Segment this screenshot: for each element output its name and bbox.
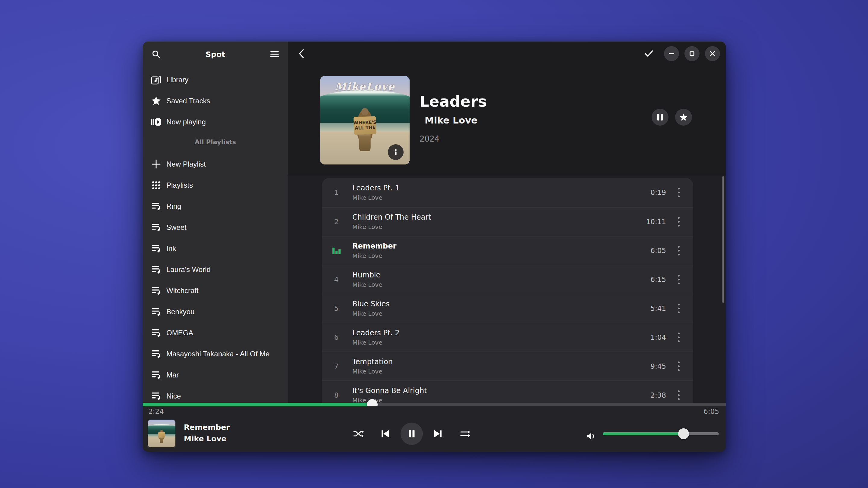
track-menu-button[interactable]: [672, 213, 685, 230]
sidebar-item[interactable]: New Playlist: [143, 154, 288, 175]
album-pause-button[interactable]: [652, 109, 669, 126]
now-playing-artist: Mike Love: [184, 434, 226, 443]
track-title: Leaders Pt. 1: [352, 184, 400, 192]
track-title: Leaders Pt. 2: [352, 329, 400, 337]
track-row[interactable]: 2 Children Of The Heart Mike Love 10:11: [322, 207, 693, 236]
sidebar-item[interactable]: Saved Tracks: [143, 90, 288, 111]
close-button[interactable]: [705, 46, 720, 61]
track-meta: Leaders Pt. 2 Mike Love: [352, 329, 400, 346]
track-number: 5: [329, 304, 344, 313]
sidebar-item-label: Masayoshi Takanaka - All Of Me: [166, 350, 270, 358]
header-divider: [288, 175, 726, 175]
sidebar-item-label: Mar: [166, 371, 179, 379]
track-meta: Humble Mike Love: [352, 271, 382, 288]
sidebar-item[interactable]: OMEGA: [143, 322, 288, 344]
sidebar-item-label: Now playing: [166, 118, 206, 126]
track-row[interactable]: 5 Blue Skies Mike Love 5:41: [322, 294, 693, 323]
sidebar-item[interactable]: Laura's World: [143, 259, 288, 280]
track-duration: 10:11: [646, 218, 666, 226]
shuffle-button[interactable]: [350, 425, 367, 442]
repeat-button[interactable]: [457, 425, 474, 442]
thumb-sign: [158, 432, 165, 438]
track-artist: Mike Love: [352, 194, 400, 201]
now-playing-equalizer-icon: [329, 247, 344, 254]
hamburger-menu-button[interactable]: [267, 47, 282, 61]
next-track-button[interactable]: [430, 425, 446, 442]
main-area: MikeLove WHERE'S ALL THE Leaders Mike Lo…: [288, 41, 726, 406]
select-mode-button[interactable]: [641, 46, 656, 61]
star-icon: [150, 94, 163, 107]
app-window: Spot Library Saved Tracks: [143, 41, 726, 452]
track-artist: Mike Love: [352, 339, 400, 346]
sidebar-item[interactable]: Benkyou: [143, 301, 288, 322]
sidebar-item[interactable]: Mar: [143, 364, 288, 386]
track-menu-button[interactable]: [672, 329, 685, 346]
sidebar-item[interactable]: Playlists: [143, 175, 288, 196]
playlist-icon: [150, 326, 163, 339]
sidebar-item-label: Benkyou: [166, 307, 194, 316]
track-duration: 5:41: [650, 304, 666, 313]
sidebar-item[interactable]: Masayoshi Takanaka - All Of Me: [143, 344, 288, 364]
track-menu-button[interactable]: [672, 300, 685, 317]
sidebar-playlists: New Playlist Playlists Ring Sweet Ink: [143, 154, 288, 407]
volume-slider[interactable]: [603, 432, 719, 435]
track-menu-button[interactable]: [672, 184, 685, 201]
sidebar-item[interactable]: Ring: [143, 196, 288, 217]
volume-button[interactable]: [584, 429, 599, 444]
sidebar-item-label: Nice: [166, 392, 181, 400]
album-art-artist-script: MikeLove: [320, 80, 410, 93]
track-row[interactable]: 1 Leaders Pt. 1 Mike Love 0:19: [322, 178, 693, 207]
track-menu-button[interactable]: [672, 358, 685, 375]
back-button[interactable]: [294, 46, 309, 61]
track-duration: 2:38: [650, 391, 666, 399]
sidebar-item[interactable]: Witchcraft: [143, 280, 288, 301]
playlist-icon: [150, 368, 163, 382]
sidebar-item[interactable]: Library: [143, 69, 288, 90]
track-row[interactable]: 7 Temptation Mike Love 9:45: [322, 352, 693, 381]
maximize-button[interactable]: [684, 46, 700, 61]
track-artist: Mike Love: [352, 397, 427, 403]
playlist-icon: [150, 221, 163, 234]
track-row[interactable]: 8 It's Gonna Be Alright Mike Love 2:38: [322, 381, 693, 403]
minimize-button[interactable]: [664, 46, 679, 61]
playlist-icon: [150, 305, 163, 318]
track-number: 4: [329, 275, 344, 284]
album-art-figure-head: [361, 108, 369, 116]
song-progress-bar[interactable]: [143, 403, 726, 406]
track-duration: 0:19: [650, 189, 666, 196]
track-artist: Mike Love: [352, 223, 431, 230]
sidebar-item-label: Library: [166, 76, 188, 84]
previous-track-button[interactable]: [377, 425, 394, 442]
album-save-button[interactable]: [675, 109, 692, 126]
track-meta: Children Of The Heart Mike Love: [352, 213, 431, 230]
track-menu-button[interactable]: [672, 242, 685, 259]
album-art-sign: WHERE'S ALL THE: [353, 116, 376, 135]
track-row[interactable]: 6 Leaders Pt. 2 Mike Love 1:04: [322, 323, 693, 352]
playlist-icon: [150, 284, 163, 297]
sidebar-item-label: Ring: [166, 202, 181, 210]
total-time: 6:05: [704, 408, 719, 415]
track-number: 8: [329, 391, 344, 399]
tracklist-scrollbar[interactable]: [722, 176, 724, 303]
album-info-button[interactable]: [388, 144, 404, 160]
sidebar-item[interactable]: Sweet: [143, 217, 288, 238]
desktop-background: Spot Library Saved Tracks: [0, 0, 868, 488]
album-artist: Mike Love: [425, 115, 477, 126]
sidebar-item-label: Witchcraft: [166, 287, 198, 295]
track-menu-button[interactable]: [672, 387, 685, 403]
volume-handle[interactable]: [678, 428, 689, 439]
sidebar-item-label: OMEGA: [166, 329, 193, 337]
play-pause-button[interactable]: [401, 423, 423, 445]
track-menu-button[interactable]: [672, 271, 685, 288]
track-artist: Mike Love: [352, 252, 396, 259]
now-playing-thumbnail[interactable]: [148, 420, 176, 447]
track-row[interactable]: Remember Mike Love 6:05: [322, 236, 693, 265]
close-icon: [710, 51, 715, 56]
sidebar-item[interactable]: Now playing: [143, 111, 288, 133]
song-progress-fill: [143, 403, 372, 406]
sidebar-item-label: Ink: [166, 244, 176, 253]
track-title: Children Of The Heart: [352, 213, 431, 221]
info-icon: [392, 149, 399, 156]
sidebar-item[interactable]: Ink: [143, 238, 288, 259]
track-row[interactable]: 4 Humble Mike Love 6:15: [322, 265, 693, 294]
